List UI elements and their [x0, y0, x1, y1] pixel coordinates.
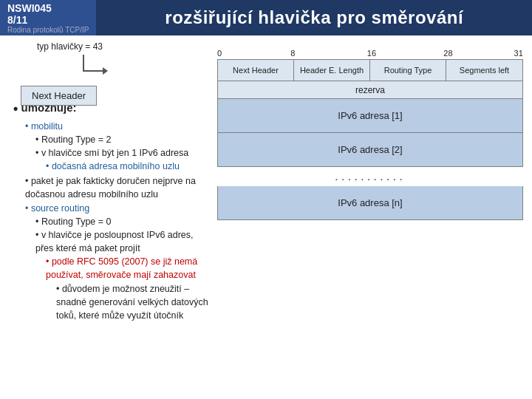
- bullet-paket: • paket je pak fakticky doručen nejprve …: [25, 174, 208, 201]
- rezerva-row: rezerva: [217, 81, 523, 99]
- field-routing-type: Routing Type: [370, 60, 446, 81]
- field-next-header: Next Header: [218, 60, 294, 81]
- ipv6-row-1: IPv6 adresa [1]: [217, 99, 523, 133]
- arrow-horizontal: [83, 70, 105, 72]
- header-title: rozšiřující hlavička pro směrování: [96, 0, 532, 35]
- bullet-duvod: • důvodem je možnost zneužití – snadné g…: [56, 282, 208, 322]
- next-header-box: Next Header: [21, 86, 97, 106]
- dots-row: ...........: [217, 167, 523, 186]
- typ-label: typ hlavičky = 43: [37, 41, 103, 52]
- ruler-8: 8: [290, 49, 295, 58]
- bullet-routing-type-2: • Routing Type = 2: [35, 133, 208, 146]
- main-content: typ hlavičky = 43 Next Header • umožňuje…: [0, 35, 532, 399]
- ruler: 0 8 16 28 31: [217, 41, 523, 58]
- ipv6-row-n: IPv6 adresa [n]: [217, 186, 523, 220]
- ruler-0: 0: [217, 49, 222, 58]
- bullet-posloupnost: • v hlavičce je posloupnost IPv6 adres, …: [35, 228, 208, 255]
- bullet-routing-type-0: • Routing Type = 0: [35, 215, 208, 228]
- ipv6-row-2: IPv6 adresa [2]: [217, 133, 523, 167]
- fields-row: Next Header Header E. Length Routing Typ…: [217, 59, 523, 81]
- arrow-head: [103, 67, 108, 75]
- ruler-16: 16: [367, 49, 376, 58]
- arrow-vertical: [83, 55, 84, 71]
- bullet-source-routing: • source routing: [25, 202, 208, 215]
- header-bar: NSWI045 8/11 Rodina protokolů TCP/IP roz…: [0, 0, 532, 35]
- slide-id: NSWI045 8/11 Rodina protokolů TCP/IP: [0, 0, 96, 35]
- bullet-list: • umožňuje: • mobilitu • Routing Type = …: [10, 99, 208, 322]
- field-segments-left: Segments left: [446, 60, 522, 81]
- bullet-jen-1-adresa: • v hlavičce smí být jen 1 IPv6 adresa: [35, 146, 208, 160]
- bullet-rfc5095: • podle RFC 5095 (2007) se již nemá použ…: [46, 255, 208, 282]
- right-column: 0 8 16 28 31 Next Header Header E. Lengt…: [217, 41, 523, 395]
- slide-family: Rodina protokolů TCP/IP: [7, 26, 89, 34]
- slide-pages: 8/11: [7, 14, 89, 26]
- left-column: typ hlavičky = 43 Next Header • umožňuje…: [9, 41, 208, 395]
- slide-number: NSWI045: [7, 2, 89, 14]
- ruler-28: 28: [443, 49, 452, 58]
- typ-container: typ hlavičky = 43 Next Header: [16, 41, 208, 95]
- bullet-mobilitu: • mobilitu: [25, 120, 208, 133]
- ruler-31: 31: [514, 49, 523, 58]
- bullet-docasna: • dočasná adresa mobilního uzlu: [46, 160, 208, 173]
- field-header-length: Header E. Length: [294, 60, 370, 81]
